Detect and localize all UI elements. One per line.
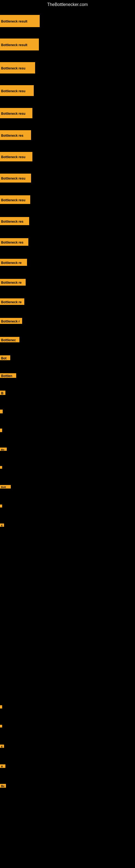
bar-item: Bottleneck res [0,217,29,225]
bar-label: Bottleneck resu [0,195,30,204]
bar-label: B [0,764,5,768]
bar-item [0,504,1,507]
bar-item [0,705,1,709]
bar-item: Bot [0,355,10,360]
bar-label: Bottleneck resu [0,108,32,118]
bar-label: Bottleneck re [0,259,27,266]
bar-item: Bott [0,485,11,489]
bar-item: Bottleneck resu [0,195,30,204]
bar-label: Bottleneck resu [0,62,35,73]
bar-item: Bottleneck res [0,238,28,246]
bar-label: Bottleneck result [0,38,39,51]
bar-label: Bottleneck res [0,238,28,246]
bar-item: Bottleneck re [0,259,27,266]
bar-label: Bottlen [0,373,16,378]
bar-item: Bottleneck re [0,299,24,305]
bar-label [0,410,3,413]
bar-label: Bottleneck re [0,299,24,305]
bar-label: Bottleneck resu [0,85,34,96]
bar-item: Bottleneck resu [0,62,35,73]
bar-label: E [0,745,4,748]
bar-label: Bottlenec [0,337,19,342]
bar-label: Bottleneck res [0,130,31,140]
bar-item: Bottleneck result [0,15,40,27]
bar-item [0,410,3,413]
bar-item: E [0,524,4,527]
bar-label: Bc [0,784,6,788]
bar-item [0,466,1,469]
bar-label: E [0,524,4,527]
bar-label: B [0,391,5,395]
bar-label [0,705,2,709]
bar-label [0,466,2,469]
bar-item: Bc [0,784,6,788]
bar-label: Bottleneck r [0,318,22,324]
bar-item: B [0,391,5,395]
bar-label: Bottleneck res [0,217,29,225]
bar-item [0,429,2,432]
bar-label: Bo [0,447,7,451]
bar-label [0,429,2,432]
bar-label [0,725,2,727]
bar-item [0,725,1,727]
bar-item: Bottleneck r [0,318,22,324]
bar-item: E [0,745,4,748]
bar-item: Bottleneck resu [0,108,32,118]
bar-item: Bottlenec [0,337,19,342]
site-title: TheBottlenecker.com [0,0,135,9]
bar-label: Bottleneck resu [0,152,32,161]
bar-item: Bottleneck result [0,38,39,51]
bar-item: Bottleneck resu [0,152,32,161]
bar-label: Bottleneck re [0,279,26,286]
bar-item: Bo [0,447,7,451]
bar-label: Bottleneck result [0,15,40,27]
bar-label: Bott [0,485,11,489]
bar-item: Bottleneck res [0,130,31,140]
bar-item: Bottleneck resu [0,174,31,183]
bar-item: B [0,764,5,768]
bar-label [0,504,2,507]
bar-item: Bottleneck resu [0,85,34,96]
bar-label: Bottleneck resu [0,174,31,183]
bar-label: Bot [0,355,10,360]
bar-item: Bottlen [0,373,16,378]
bar-item: Bottleneck re [0,279,26,286]
